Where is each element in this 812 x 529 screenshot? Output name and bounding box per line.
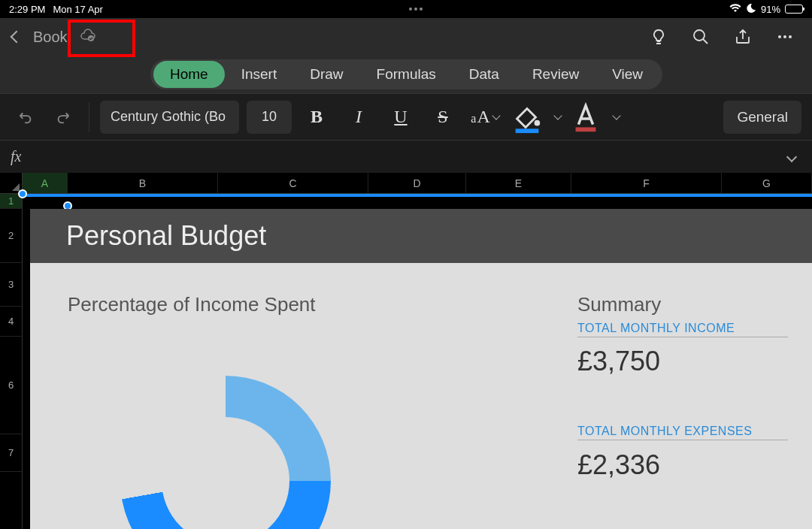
tab-draw[interactable]: Draw bbox=[293, 61, 359, 88]
status-bar: 2:29 PM Mon 17 Apr 91% bbox=[0, 0, 812, 18]
wifi-icon bbox=[729, 4, 741, 15]
status-pill bbox=[409, 8, 423, 11]
spreadsheet-grid[interactable]: 1 2 3 4 6 7 A B C D E F G Personal Budge… bbox=[0, 173, 812, 529]
col-header[interactable]: D bbox=[368, 173, 466, 193]
font-name-select[interactable]: Century Gothic (Bo bbox=[100, 101, 239, 134]
battery-percent: 91% bbox=[761, 4, 780, 15]
font-color-dropdown[interactable] bbox=[611, 113, 620, 121]
section-heading: Percentage of Income Spent bbox=[68, 293, 316, 316]
row-header[interactable]: 4 bbox=[0, 307, 23, 337]
document-title[interactable]: Book bbox=[33, 29, 68, 46]
income-label: TOTAL MONTHLY INCOME bbox=[577, 322, 788, 337]
formula-bar: fx bbox=[0, 140, 812, 173]
back-button[interactable] bbox=[12, 32, 21, 41]
expenses-label: TOTAL MONTHLY EXPENSES bbox=[577, 425, 788, 440]
cloud-sync-icon[interactable] bbox=[80, 29, 96, 45]
text-case-button[interactable]: aA bbox=[468, 101, 502, 134]
fx-label: fx bbox=[11, 148, 21, 165]
row-header[interactable]: 7 bbox=[0, 434, 23, 472]
tab-data[interactable]: Data bbox=[453, 61, 516, 88]
ideas-button[interactable] bbox=[644, 22, 674, 52]
undo-button[interactable] bbox=[11, 102, 41, 132]
svg-rect-3 bbox=[576, 127, 596, 131]
row-header[interactable]: 3 bbox=[0, 263, 23, 307]
redo-button[interactable] bbox=[48, 102, 78, 132]
row-header[interactable]: 2 bbox=[0, 209, 23, 263]
tab-formulas[interactable]: Formulas bbox=[360, 61, 453, 88]
ribbon-tabs: Home Insert Draw Formulas Data Review Vi… bbox=[0, 56, 812, 93]
number-format-select[interactable]: General bbox=[723, 101, 801, 134]
italic-button[interactable]: I bbox=[341, 101, 376, 134]
battery-icon bbox=[785, 5, 803, 14]
tab-home[interactable]: Home bbox=[153, 61, 225, 88]
col-header[interactable]: E bbox=[466, 173, 571, 193]
title-bar: Book bbox=[0, 18, 812, 56]
format-toolbar: Century Gothic (Bo 10 B I U S aA General bbox=[0, 93, 812, 140]
svg-point-1 bbox=[694, 30, 704, 41]
font-size-select[interactable]: 10 bbox=[247, 101, 292, 134]
tab-insert[interactable]: Insert bbox=[225, 61, 294, 88]
selection-border bbox=[23, 194, 812, 197]
tab-view[interactable]: View bbox=[595, 61, 659, 88]
col-header[interactable]: F bbox=[571, 173, 722, 193]
search-button[interactable] bbox=[686, 22, 716, 52]
fill-color-dropdown[interactable] bbox=[552, 113, 561, 121]
col-header[interactable]: C bbox=[218, 173, 368, 193]
row-header[interactable] bbox=[0, 472, 23, 529]
more-button[interactable] bbox=[770, 22, 800, 52]
expand-formula-button[interactable] bbox=[788, 153, 801, 161]
title-row[interactable]: Personal Budget bbox=[30, 209, 812, 263]
tab-review[interactable]: Review bbox=[516, 61, 595, 88]
col-header[interactable]: G bbox=[722, 173, 812, 193]
status-time: 2:29 PM bbox=[9, 4, 45, 15]
summary-heading: Summary bbox=[577, 293, 661, 316]
underline-button[interactable]: U bbox=[383, 101, 418, 134]
svg-point-0 bbox=[88, 35, 94, 41]
strikethrough-button[interactable]: S bbox=[426, 101, 460, 134]
selection-handle[interactable] bbox=[18, 189, 27, 198]
sheet-title: Personal Budget bbox=[66, 220, 266, 252]
formula-input[interactable] bbox=[29, 141, 780, 173]
status-date: Mon 17 Apr bbox=[53, 4, 103, 15]
row-header[interactable]: 6 bbox=[0, 337, 23, 434]
share-button[interactable] bbox=[728, 22, 758, 52]
fill-color-button[interactable] bbox=[510, 101, 544, 134]
col-header[interactable]: A bbox=[23, 173, 68, 193]
moon-icon bbox=[746, 3, 756, 16]
svg-rect-2 bbox=[516, 128, 539, 133]
col-header[interactable]: B bbox=[68, 173, 218, 193]
bold-button[interactable]: B bbox=[299, 101, 334, 134]
income-value: £3,750 bbox=[577, 346, 660, 377]
expenses-value: £2,336 bbox=[577, 449, 660, 481]
font-color-button[interactable] bbox=[568, 101, 603, 134]
